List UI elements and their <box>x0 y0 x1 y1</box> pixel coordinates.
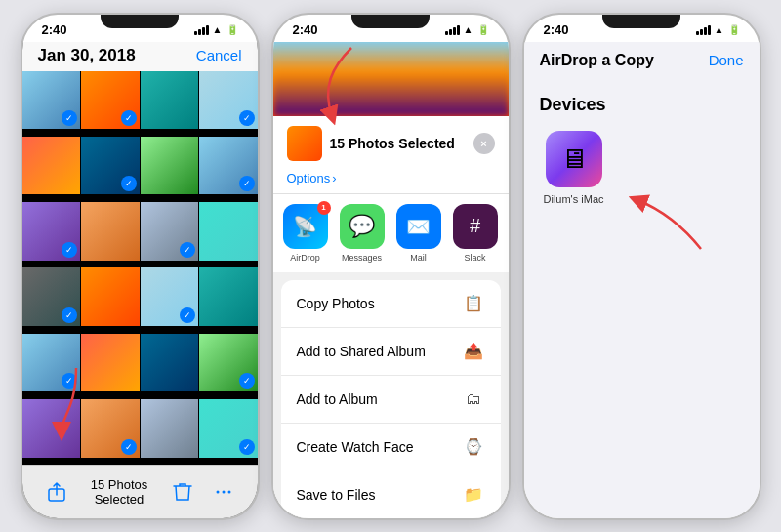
mail-icon: ✉️ <box>396 204 441 249</box>
photo-cell[interactable] <box>141 334 199 392</box>
more-icon <box>213 481 234 503</box>
signal-icon-3 <box>696 25 711 35</box>
photo-cell[interactable] <box>22 71 81 130</box>
more-button[interactable] <box>209 477 238 507</box>
share-sheet-panel: 15 Photos Selected × Options › <box>273 116 509 272</box>
options-row[interactable]: Options › <box>273 167 509 193</box>
messages-icon: 💬 <box>340 204 385 249</box>
photo-cell[interactable] <box>22 399 81 458</box>
photo-cell[interactable] <box>81 267 140 326</box>
airdrop-symbol: 📡 <box>293 215 317 238</box>
share-sheet-header: 15 Photos Selected × <box>273 116 509 167</box>
wifi-icon-3: ▲ <box>715 24 724 35</box>
wifi-icon-1: ▲ <box>213 24 223 35</box>
device-name-label: Dilum's iMac <box>544 193 604 205</box>
battery-icon-2: 🔋 <box>477 24 489 35</box>
action-create-watch-face[interactable]: Create Watch Face ⌚ <box>281 424 501 471</box>
save-files-icon: 📁 <box>462 483 485 507</box>
selected-count-label: 15 Photos Selected <box>71 477 168 507</box>
trash-button[interactable] <box>168 477 197 507</box>
status-icons-3: ▲ 🔋 <box>696 24 740 35</box>
photo-cell[interactable] <box>81 71 140 130</box>
signal-icon-2 <box>445 25 460 35</box>
share-header-left: 15 Photos Selected <box>287 126 455 161</box>
airdrop-icon: 📡 1 <box>283 204 328 249</box>
photo-cell[interactable] <box>141 267 199 326</box>
airdrop-label: AirDrop <box>290 253 320 263</box>
imac-icon: 🖥 <box>560 143 588 175</box>
photo-cell[interactable] <box>199 137 258 195</box>
slack-icon: # <box>453 204 498 249</box>
status-icons-1: ▲ 🔋 <box>194 24 238 35</box>
photos-header: Jan 30, 2018 Cancel <box>22 42 258 71</box>
bottom-bar: 15 Photos Selected <box>22 465 258 518</box>
chevron-right-icon: › <box>332 171 336 185</box>
options-label: Options <box>287 171 331 185</box>
photo-cell[interactable] <box>22 267 81 326</box>
photo-cell[interactable] <box>141 202 199 261</box>
photo-cell[interactable] <box>81 334 140 392</box>
phone-screen-1: 2:40 ▲ 🔋 Jan 30, 2018 Cancel <box>21 13 260 520</box>
time-3: 2:40 <box>544 22 569 37</box>
create-watch-face-label: Create Watch Face <box>297 439 414 455</box>
photo-cell[interactable] <box>199 399 258 458</box>
share-sheet-screen: 15 Photos Selected × Options › <box>273 42 509 518</box>
action-save-files[interactable]: Save to Files 📁 <box>281 471 501 518</box>
photo-cell[interactable] <box>81 137 140 195</box>
time-1: 2:40 <box>42 22 67 37</box>
photo-grid <box>22 71 258 465</box>
app-icons-row: 📡 1 AirDrop 💬 Messages <box>273 193 509 272</box>
done-button[interactable]: Done <box>709 52 744 68</box>
airdrop-header: AirDrop a Copy Done <box>524 42 760 79</box>
photo-cell[interactable] <box>141 71 199 130</box>
action-add-shared-album[interactable]: Add to Shared Album 📤 <box>281 328 501 376</box>
photo-cell[interactable] <box>199 71 258 130</box>
photo-cell[interactable] <box>81 202 140 261</box>
date-label: Jan 30, 2018 <box>38 46 136 65</box>
battery-icon-3: 🔋 <box>728 24 740 35</box>
app-icon-airdrop[interactable]: 📡 1 AirDrop <box>281 204 330 263</box>
share-thumbnail <box>287 126 322 161</box>
slack-label: Slack <box>464 253 485 263</box>
app-icon-mail[interactable]: ✉️ Mail <box>394 204 443 263</box>
add-shared-album-label: Add to Shared Album <box>297 344 426 359</box>
share-close-button[interactable]: × <box>473 133 495 154</box>
notch-3 <box>602 15 680 28</box>
share-button[interactable] <box>42 477 71 507</box>
trash-icon <box>173 481 192 503</box>
action-copy-photos[interactable]: Copy Photos 📋 <box>281 280 501 328</box>
svg-point-1 <box>216 490 219 493</box>
photo-cell[interactable] <box>22 137 81 195</box>
photo-cell[interactable] <box>81 399 140 458</box>
preview-blur <box>273 42 509 116</box>
photo-cell[interactable] <box>199 267 258 326</box>
copy-photos-label: Copy Photos <box>297 296 375 311</box>
phone-screen-3: 2:40 ▲ 🔋 AirDrop a Copy Done Devices <box>522 13 761 520</box>
devices-label: Devices <box>540 95 744 115</box>
time-2: 2:40 <box>293 22 318 37</box>
photo-cell[interactable] <box>141 399 199 458</box>
airdrop-badge: 1 <box>317 201 331 215</box>
action-add-album[interactable]: Add to Album 🗂 <box>281 376 501 424</box>
photo-cell[interactable] <box>199 334 258 392</box>
cancel-button[interactable]: Cancel <box>196 47 242 63</box>
add-album-label: Add to Album <box>297 391 378 407</box>
svg-point-3 <box>227 490 230 493</box>
device-item-imac[interactable]: 🖥 Dilum's iMac <box>540 131 608 205</box>
messages-label: Messages <box>342 253 382 263</box>
photos-screen: Jan 30, 2018 Cancel <box>22 42 258 518</box>
battery-icon-1: 🔋 <box>226 24 238 35</box>
photo-cell[interactable] <box>141 137 199 195</box>
status-icons-2: ▲ 🔋 <box>445 24 489 35</box>
app-icon-slack[interactable]: # Slack <box>451 204 500 263</box>
notch-1 <box>101 15 179 28</box>
create-watch-face-icon: ⌚ <box>462 435 485 459</box>
photo-cell[interactable] <box>22 202 81 261</box>
photo-cell[interactable] <box>22 334 81 392</box>
photo-cell[interactable] <box>199 202 258 261</box>
copy-photos-icon: 📋 <box>462 292 485 315</box>
app-icon-whatsapp[interactable]: 💬 Wh... <box>508 204 509 263</box>
share-preview <box>273 42 509 116</box>
app-icon-messages[interactable]: 💬 Messages <box>338 204 387 263</box>
phone-screen-2: 2:40 ▲ 🔋 <box>271 13 511 520</box>
